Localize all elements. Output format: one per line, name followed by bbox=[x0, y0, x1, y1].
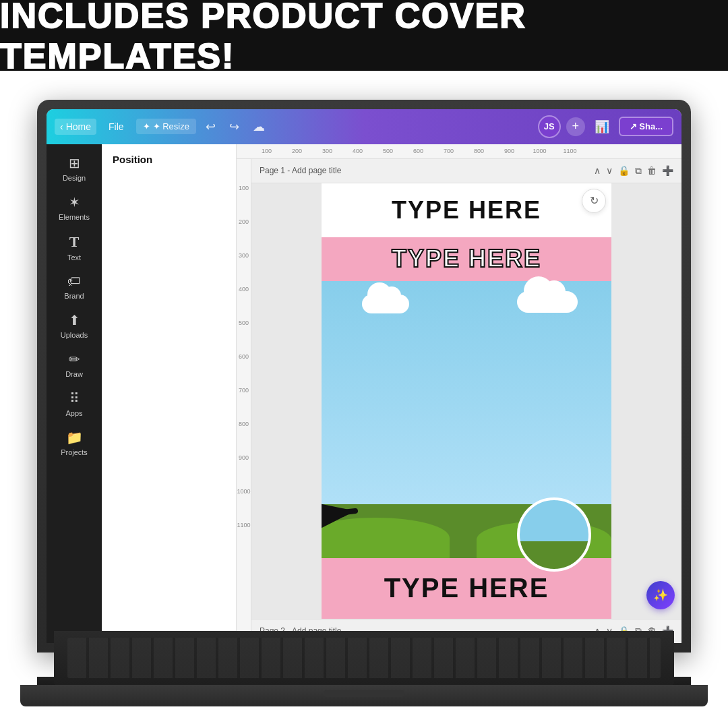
sidebar-item-label: Uploads bbox=[61, 331, 88, 339]
canvas-section-white-top: TYPE HERE bbox=[322, 183, 611, 237]
home-label: Home bbox=[66, 121, 91, 132]
add-button[interactable]: + bbox=[566, 117, 585, 136]
back-home-button[interactable]: ‹ Home bbox=[55, 119, 96, 135]
cloud2 bbox=[517, 291, 578, 313]
ruler-mark: 400 bbox=[342, 148, 373, 154]
sidebar-item-draw[interactable]: ✏ Draw bbox=[51, 346, 98, 382]
page1-title: Page 1 - Add page title bbox=[260, 166, 588, 175]
back-arrow-icon: ‹ bbox=[60, 121, 63, 132]
ruler-mark: 800 bbox=[464, 148, 494, 154]
top-banner: INCLUDES PRODUCT COVER TEMPLATES! bbox=[0, 0, 728, 71]
resize-label: ✦ Resize bbox=[153, 121, 189, 131]
sidebar-item-design[interactable]: ⊞ Design bbox=[51, 150, 98, 186]
banner-text: INCLUDES PRODUCT COVER TEMPLATES! bbox=[0, 0, 728, 76]
type-here-bottom: TYPE HERE bbox=[384, 573, 549, 603]
type-here-outline: TYPE HERE bbox=[392, 245, 541, 273]
share-label: Sha... bbox=[639, 121, 663, 131]
sidebar-item-brand[interactable]: 🏷 Brand bbox=[51, 268, 98, 304]
ruler-marks-top: 100 200 300 400 500 600 700 800 900 10 bbox=[251, 148, 585, 154]
chevron-down-icon[interactable]: ∨ bbox=[606, 165, 613, 176]
sidebar-item-projects[interactable]: 📁 Projects bbox=[51, 424, 98, 460]
lock-icon[interactable]: 🔒 bbox=[618, 165, 630, 176]
draw-icon: ✏ bbox=[69, 351, 80, 367]
sidebar-item-uploads[interactable]: ⬆ Uploads bbox=[51, 307, 98, 343]
keyboard-area bbox=[54, 631, 674, 685]
uploads-icon: ⬆ bbox=[69, 312, 80, 328]
sidebar-item-label: Draw bbox=[65, 370, 83, 378]
undo-button[interactable]: ↩ bbox=[202, 117, 220, 137]
ruler-top: 100 200 300 400 500 600 700 800 900 10 bbox=[237, 144, 681, 159]
ruler-mark: 300 bbox=[312, 148, 342, 154]
refresh-button[interactable]: ↻ bbox=[582, 189, 606, 213]
arrow-annotation bbox=[322, 417, 402, 538]
magic-ai-button[interactable]: ✨ bbox=[646, 581, 675, 609]
type-here-top: TYPE HERE bbox=[392, 196, 541, 224]
canva-ui: ‹ Home File ✦ ✦ Resize ↩ ↪ ☁ JS bbox=[47, 109, 681, 643]
scene-circle bbox=[517, 497, 591, 572]
page1-bar: Page 1 - Add page title ∧ ∨ 🔒 ⧉ 🗑 ➕ bbox=[251, 159, 681, 183]
laptop-wrapper: ‹ Home File ✦ ✦ Resize ↩ ↪ ☁ JS bbox=[37, 100, 691, 706]
canva-topbar: ‹ Home File ✦ ✦ Resize ↩ ↪ ☁ JS bbox=[47, 109, 681, 144]
text-icon: T bbox=[69, 233, 80, 251]
file-nav-item[interactable]: File bbox=[102, 119, 131, 135]
add-page-icon[interactable]: ➕ bbox=[662, 165, 673, 176]
canvas-area: 100 200 300 400 500 600 700 800 900 10 bbox=[237, 144, 681, 643]
share-button[interactable]: ↗ Sha... bbox=[619, 117, 673, 136]
elements-icon: ✶ bbox=[69, 194, 80, 210]
canva-content: ⊞ Design ✶ Elements T Text bbox=[47, 144, 681, 643]
canvas-with-ruler: 100 200 300 400 500 600 700 800 900 10 bbox=[237, 159, 681, 643]
ruler-mark: 200 bbox=[282, 148, 312, 154]
projects-icon: 📁 bbox=[66, 429, 83, 446]
arrow-svg bbox=[322, 417, 402, 538]
sidebar-item-label: Design bbox=[63, 174, 86, 182]
chevron-up-icon[interactable]: ∧ bbox=[594, 165, 601, 176]
user-avatar: JS bbox=[538, 115, 561, 138]
ruler-mark: 900 bbox=[494, 148, 524, 154]
brand-icon: 🏷 bbox=[67, 274, 81, 289]
position-panel: Position bbox=[102, 144, 237, 643]
keyboard-keys bbox=[67, 638, 661, 678]
canva-sidebar: ⊞ Design ✶ Elements T Text bbox=[47, 144, 102, 643]
analytics-button[interactable]: 📊 bbox=[590, 117, 613, 137]
canvas-main-col: Page 1 - Add page title ∧ ∨ 🔒 ⧉ 🗑 ➕ bbox=[251, 159, 681, 643]
avatar-initials: JS bbox=[544, 121, 555, 131]
sidebar-item-label: Brand bbox=[64, 292, 84, 300]
ruler-mark: 700 bbox=[433, 148, 464, 154]
ruler-mark: 100 bbox=[251, 148, 282, 154]
laptop-notch bbox=[324, 690, 404, 697]
sidebar-item-label: Text bbox=[67, 253, 81, 262]
ruler-mark: 600 bbox=[403, 148, 433, 154]
design-icon: ⊞ bbox=[69, 155, 80, 171]
apps-icon: ⠿ bbox=[69, 390, 80, 406]
main-area: ‹ Home File ✦ ✦ Resize ↩ ↪ ☁ JS bbox=[0, 71, 728, 728]
design-canvas: ↻ TYPE HERE TYPE HERE bbox=[322, 183, 611, 619]
redo-button[interactable]: ↪ bbox=[225, 117, 243, 137]
laptop-body: ‹ Home File ✦ ✦ Resize ↩ ↪ ☁ JS bbox=[37, 100, 691, 653]
delete-icon[interactable]: 🗑 bbox=[647, 165, 657, 176]
laptop-base bbox=[20, 685, 708, 706]
cloud-save-button[interactable]: ☁ bbox=[249, 117, 269, 137]
ruler-mark: 1000 bbox=[524, 148, 555, 154]
copy-icon[interactable]: ⧉ bbox=[635, 165, 642, 177]
sidebar-item-text[interactable]: T Text bbox=[51, 228, 98, 266]
share-icon: ↗ bbox=[630, 121, 637, 131]
panel-title: Position bbox=[113, 154, 225, 165]
cloud1 bbox=[362, 295, 409, 313]
ruler-mark: 500 bbox=[373, 148, 403, 154]
sidebar-item-apps[interactable]: ⠿ Apps bbox=[51, 385, 98, 421]
resize-button[interactable]: ✦ ✦ Resize bbox=[136, 119, 196, 134]
sidebar-item-label: Projects bbox=[61, 448, 88, 456]
ruler-mark: 1100 bbox=[555, 148, 585, 154]
ruler-left: 100 200 300 400 500 600 700 800 900 10 bbox=[237, 159, 251, 643]
laptop-screen-bezel: ‹ Home File ✦ ✦ Resize ↩ ↪ ☁ JS bbox=[47, 109, 681, 643]
sidebar-item-label: Apps bbox=[65, 409, 82, 417]
sidebar-item-label: Elements bbox=[59, 213, 90, 221]
sidebar-item-elements[interactable]: ✶ Elements bbox=[51, 189, 98, 225]
resize-star-icon: ✦ bbox=[143, 121, 150, 131]
canvas-section-pink-top: TYPE HERE bbox=[322, 237, 611, 281]
